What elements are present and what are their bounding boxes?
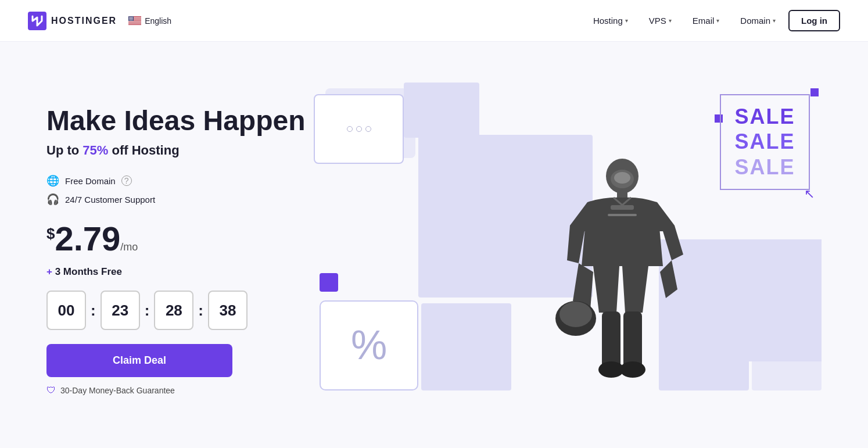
browser-mockup: [314, 94, 404, 164]
price-display: $2.79/mo: [46, 220, 138, 257]
svg-point-12: [132, 17, 132, 17]
hero-illustration: % SALE SALE SALE ↖: [314, 83, 822, 420]
sep1: :: [89, 302, 97, 320]
discount-highlight: 75%: [83, 143, 108, 157]
login-button[interactable]: Log in: [788, 10, 840, 31]
price-period: /mo: [120, 241, 138, 253]
nav-vps[interactable]: VPS ▾: [641, 11, 680, 30]
feature-support-label: 24/7 Customer Support: [65, 195, 155, 205]
feature-domain-label: Free Domain: [65, 176, 116, 186]
cursor-icon: ↖: [804, 187, 815, 202]
nav-email[interactable]: Email ▾: [684, 11, 728, 30]
svg-point-21: [132, 18, 132, 19]
feature-list: 🌐 Free Domain ? 🎧 24/7 Customer Support: [46, 174, 314, 206]
svg-point-43: [620, 361, 645, 378]
purple-square-2: [810, 88, 819, 96]
person-svg: [535, 150, 698, 417]
svg-point-35: [132, 20, 132, 20]
logo[interactable]: HOSTINGER: [28, 12, 117, 30]
browser-dots: [347, 126, 371, 132]
svg-rect-7: [128, 24, 141, 24]
feature-support: 🎧 24/7 Customer Support: [46, 193, 314, 206]
hero-section: Make Ideas Happen Up to 75% off Hosting …: [0, 42, 868, 448]
percent-card: %: [320, 300, 418, 390]
svg-point-26: [132, 19, 132, 19]
bg-rect-bottom-mid: [421, 303, 511, 390]
headset-icon: 🎧: [46, 193, 59, 206]
sale-line-1: SALE: [734, 104, 795, 129]
svg-point-34: [131, 20, 132, 20]
svg-point-28: [130, 19, 131, 20]
svg-point-29: [131, 19, 131, 20]
currency-symbol: $: [46, 225, 55, 242]
purple-square-1: [320, 273, 338, 292]
svg-point-25: [131, 19, 132, 19]
svg-point-13: [132, 17, 133, 17]
svg-point-18: [129, 18, 130, 19]
hero-subheadline: Up to 75% off Hosting: [46, 143, 314, 158]
price-block: $2.79/mo: [46, 222, 314, 256]
nav-left: HOSTINGER: [28, 12, 171, 30]
dot2: [356, 126, 362, 132]
svg-point-10: [130, 17, 131, 17]
guarantee-row: 🛡 30-Day Money-Back Guarantee: [46, 385, 314, 396]
countdown-timer: 00 : 23 : 28 : 38: [46, 291, 314, 330]
navbar: HOSTINGER: [0, 0, 868, 42]
language-selector[interactable]: English: [128, 16, 171, 26]
logo-icon: [28, 12, 46, 30]
svg-point-33: [130, 20, 131, 20]
hosting-chevron: ▾: [625, 17, 628, 24]
svg-rect-40: [602, 311, 620, 370]
svg-rect-45: [608, 214, 637, 216]
bg-rect-topmid: [404, 83, 479, 138]
svg-point-16: [131, 17, 132, 18]
email-chevron: ▾: [716, 17, 719, 24]
sale-line-2: SALE: [734, 129, 795, 154]
svg-point-23: [130, 19, 130, 19]
nav-hosting[interactable]: Hosting ▾: [585, 11, 636, 30]
svg-point-15: [130, 17, 131, 18]
sep2: :: [144, 302, 151, 320]
dot1: [347, 126, 353, 132]
hero-headline: Make Ideas Happen: [46, 106, 314, 137]
dot3: [365, 126, 371, 132]
svg-point-17: [132, 17, 132, 18]
svg-point-32: [130, 20, 130, 20]
centiseconds-box: 38: [208, 291, 248, 330]
months-free-label: + 3 Months Free: [46, 266, 314, 278]
svg-rect-5: [128, 21, 141, 21]
nav-domain[interactable]: Domain ▾: [732, 11, 784, 30]
hours-box: 00: [46, 291, 86, 330]
svg-rect-41: [623, 311, 642, 370]
svg-point-31: [132, 19, 133, 20]
svg-point-22: [132, 18, 133, 19]
price-value: 2.79: [55, 220, 120, 257]
svg-point-19: [130, 18, 131, 19]
language-label: English: [145, 16, 171, 26]
svg-point-11: [131, 17, 131, 17]
svg-point-30: [132, 19, 132, 20]
domain-chevron: ▾: [773, 17, 776, 24]
flag-icon: [128, 16, 141, 25]
svg-point-27: [129, 19, 130, 20]
minutes-box: 23: [101, 291, 140, 330]
brand-name: HOSTINGER: [51, 16, 117, 26]
claim-deal-button[interactable]: Claim Deal: [46, 344, 232, 377]
globe-icon: 🌐: [46, 174, 59, 187]
sale-block: SALE SALE SALE ↖: [720, 94, 810, 190]
person-figure: [535, 150, 698, 420]
svg-point-24: [130, 19, 131, 19]
svg-rect-6: [128, 22, 141, 23]
help-icon[interactable]: ?: [121, 175, 132, 186]
sep3: :: [197, 302, 205, 320]
svg-point-14: [130, 17, 130, 18]
seconds-box: 28: [154, 291, 193, 330]
shield-icon: 🛡: [46, 385, 56, 396]
percent-symbol: %: [351, 325, 387, 365]
feature-domain: 🌐 Free Domain ?: [46, 174, 314, 187]
sale-line-3: SALE: [734, 155, 795, 180]
svg-point-20: [131, 18, 131, 19]
vps-chevron: ▾: [669, 17, 672, 24]
hero-content: Make Ideas Happen Up to 75% off Hosting …: [46, 106, 314, 396]
guarantee-label: 30-Day Money-Back Guarantee: [60, 386, 175, 395]
